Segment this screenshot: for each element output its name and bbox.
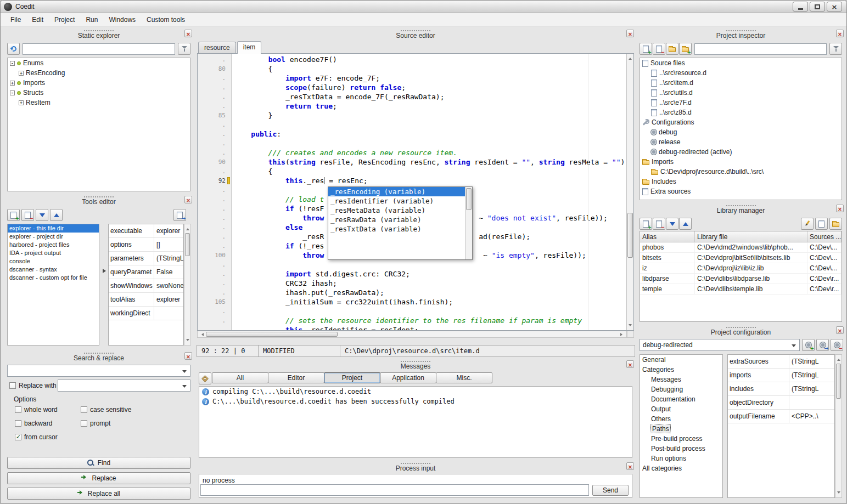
property-row[interactable]: parameters(TStringL — [109, 252, 183, 265]
tree-item[interactable]: Paths — [640, 424, 722, 434]
scrollbar-thumb[interactable] — [466, 188, 472, 210]
tree-item[interactable]: ..\src\item.d — [640, 78, 842, 88]
maximize-button[interactable] — [810, 2, 825, 12]
remove-source-button[interactable]: − — [653, 43, 665, 55]
tree-item[interactable]: C:\Dev\dproj\resource.d\build\..\src\ — [640, 167, 842, 177]
editor-vscrollbar[interactable] — [626, 54, 633, 330]
table-row[interactable]: templeC:\Dev\dlibs\temple.libC:\Dev\r... — [640, 284, 842, 295]
remove-library-button[interactable]: − — [653, 218, 665, 230]
checkbox-case-sensitive[interactable]: case sensitive — [81, 406, 188, 414]
tree-item[interactable]: Pre-build process — [640, 434, 722, 444]
filter-application[interactable]: Application — [380, 372, 436, 383]
grid-scrollbar[interactable] — [184, 224, 191, 346]
tree-item[interactable]: +ResEncoding — [8, 68, 190, 78]
panel-close-icon[interactable] — [836, 30, 844, 37]
panel-close-icon[interactable] — [626, 462, 634, 470]
move-library-up-button[interactable] — [679, 218, 692, 230]
filter-misc[interactable]: Misc. — [436, 372, 492, 383]
checkbox-prompt[interactable]: prompt — [81, 420, 188, 427]
search-term-combo[interactable] — [7, 365, 190, 377]
editor-hscrollbar[interactable] — [197, 331, 627, 338]
property-row[interactable]: objectDirectory — [728, 396, 834, 410]
completion-item[interactable]: _resEncoding (variable) — [328, 187, 465, 196]
menu-item-run[interactable]: Run — [80, 14, 103, 25]
tree-item[interactable]: Source files — [640, 58, 842, 68]
menu-item-edit[interactable]: Edit — [26, 14, 49, 25]
tree-item[interactable]: +Imports — [8, 78, 190, 88]
tool-list-item[interactable]: explorer - this file dir — [8, 224, 99, 233]
property-row[interactable]: includes(TStringL — [728, 382, 834, 396]
menu-item-file[interactable]: File — [5, 14, 26, 25]
minimize-button[interactable] — [793, 2, 808, 12]
checkbox-backward[interactable]: backward — [15, 420, 81, 427]
filter-project[interactable]: Project — [324, 372, 380, 383]
expand-icon[interactable]: + — [19, 100, 24, 105]
collapse-icon[interactable]: - — [10, 90, 15, 95]
static-explorer-header[interactable]: Static explorer — [5, 29, 193, 40]
checkbox-whole-word[interactable]: whole word — [15, 406, 81, 414]
tree-item[interactable]: Messages — [640, 375, 722, 384]
tree-item[interactable]: debug — [640, 127, 842, 137]
tree-item[interactable]: Run options — [640, 454, 722, 463]
process-input-header[interactable]: Process input — [197, 462, 635, 473]
register-library-button[interactable] — [815, 218, 828, 230]
completion-item[interactable]: _resRawData (variable) — [328, 215, 465, 224]
expand-icon[interactable]: + — [19, 71, 24, 76]
panel-close-icon[interactable] — [184, 30, 192, 37]
panel-close-icon[interactable] — [184, 352, 192, 360]
tree-item[interactable]: Others — [640, 414, 722, 424]
menu-item-custom-tools[interactable]: Custom tools — [141, 14, 190, 25]
source-editor-header[interactable]: Source editor — [197, 29, 635, 40]
clone-tool-button[interactable]: → — [173, 209, 186, 221]
tool-list-item[interactable]: IDA - project output — [8, 249, 99, 257]
table-row[interactable]: phobosC:\Dev\dmd2\windows\lib\phob...C:\… — [640, 242, 842, 253]
completion-item[interactable]: _resTxtData (variable) — [328, 224, 465, 234]
replace-with-checkbox[interactable]: Replace with — [9, 382, 57, 389]
checkbox-from-cursor[interactable]: from cursor — [15, 433, 81, 441]
configuration-combo[interactable]: debug-redirected — [640, 339, 800, 351]
edit-library-button[interactable] — [801, 218, 814, 230]
move-library-down-button[interactable] — [666, 218, 678, 230]
property-row[interactable]: showWindowsswoNone — [109, 279, 183, 293]
tree-item[interactable]: +ResItem — [8, 98, 190, 107]
replace-all-button[interactable]: Replace all — [7, 488, 190, 500]
menu-item-windows[interactable]: Windows — [103, 14, 141, 25]
open-folder-button[interactable] — [666, 43, 678, 55]
tree-item[interactable]: debug-redirected (active) — [640, 147, 842, 157]
find-button[interactable]: Find — [7, 457, 190, 469]
titlebar[interactable]: Coedit — [1, 1, 846, 13]
delete-config-button[interactable]: − — [831, 339, 843, 351]
tool-list-item[interactable]: dscanner - syntax — [8, 265, 99, 274]
property-row[interactable]: toolAliasexplorer — [109, 293, 183, 307]
editor-code[interactable]: bool encodee7F() { import e7F: encode_7F… — [232, 54, 626, 330]
tree-item[interactable]: Documentation — [640, 394, 722, 404]
expand-arrow-icon[interactable] — [103, 269, 108, 273]
tree-item[interactable]: All categories — [640, 463, 722, 473]
tree-item[interactable]: Extra sources — [640, 186, 842, 196]
completion-item[interactable]: _resMetaData (variable) — [328, 206, 465, 215]
property-row[interactable]: extraSources(TStringL — [728, 355, 834, 369]
process-input-field[interactable] — [200, 484, 589, 496]
tree-item[interactable]: Output — [640, 404, 722, 414]
tab-item[interactable]: item — [237, 41, 262, 54]
tree-item[interactable]: Debugging — [640, 384, 722, 394]
scrollbar-thumb[interactable] — [627, 213, 633, 258]
property-row[interactable]: workingDirect — [109, 307, 183, 320]
property-row[interactable]: queryParametFalse — [109, 265, 183, 279]
tools-editor-header[interactable]: Tools editor — [5, 195, 193, 206]
close-window-button[interactable] — [827, 2, 842, 12]
panel-close-icon[interactable] — [836, 326, 844, 334]
tree-item[interactable]: ..\src\e7F.d — [640, 98, 842, 107]
filter-editor[interactable]: Editor — [268, 372, 324, 383]
panel-close-icon[interactable] — [184, 196, 192, 203]
table-row[interactable]: bitsetsC:\Dev\dproj\bitSet\lib\bitsets.l… — [640, 253, 842, 263]
grid-scrollbar[interactable] — [835, 354, 842, 498]
tree-item[interactable]: -Enums — [8, 58, 190, 68]
completion-item[interactable]: _resIdentifier (variable) — [328, 196, 465, 206]
replace-term-combo[interactable] — [58, 380, 190, 392]
expand-icon[interactable]: + — [10, 81, 15, 86]
table-row[interactable]: libdparseC:\Dev\dlibs\libdparse.libC:\De… — [640, 274, 842, 284]
messages-header[interactable]: Messages — [197, 360, 635, 371]
column-header[interactable]: Library file — [695, 231, 807, 242]
property-row[interactable]: executableexplorer — [109, 224, 183, 238]
